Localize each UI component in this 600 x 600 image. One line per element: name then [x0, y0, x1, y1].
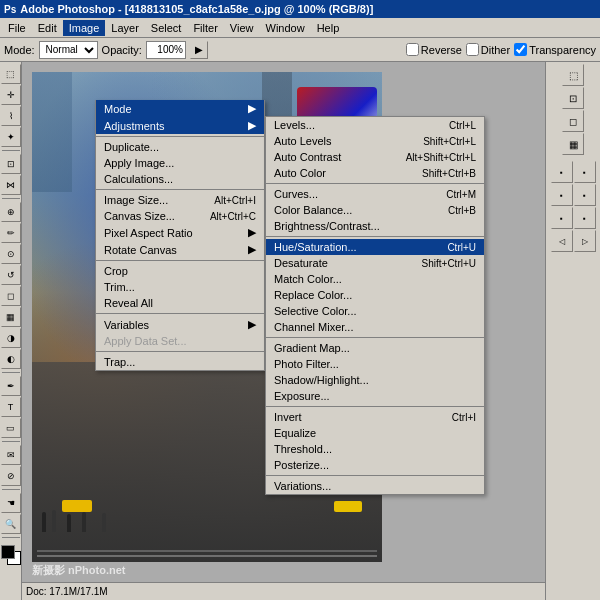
panel-icon-row-1: ▪ ▪ [551, 161, 596, 183]
menu-edit[interactable]: Edit [32, 20, 63, 36]
opacity-input[interactable] [146, 41, 186, 59]
sep1 [96, 136, 264, 137]
zoom-tool[interactable]: 🔍 [1, 514, 21, 534]
panel-mini-6[interactable]: ▪ [574, 207, 596, 229]
adj-levels[interactable]: Levels... Ctrl+L [266, 117, 484, 133]
menu-row-calculations[interactable]: Calculations... [96, 171, 264, 187]
title-bar: Ps Adobe Photoshop - [418813105_c8afc1a5… [0, 0, 600, 18]
menu-row-image-size[interactable]: Image Size... Alt+Ctrl+I [96, 192, 264, 208]
menu-bar: File Edit Image Layer Select Filter View… [0, 18, 600, 38]
menu-row-adjustments[interactable]: Adjustments ▶ [96, 117, 264, 134]
panel-mini-4[interactable]: ▪ [574, 184, 596, 206]
magic-wand-tool[interactable]: ✦ [1, 127, 21, 147]
panel-icon-4[interactable]: ▦ [562, 133, 584, 155]
adj-sep5 [266, 475, 484, 476]
menu-help[interactable]: Help [311, 20, 346, 36]
color-swatches[interactable] [1, 545, 21, 565]
adj-hue-saturation[interactable]: Hue/Saturation... Ctrl+U [266, 239, 484, 255]
panel-mini-3[interactable]: ▪ [551, 184, 573, 206]
toolbar-separator-2 [2, 198, 20, 199]
adj-gradient-map[interactable]: Gradient Map... [266, 340, 484, 356]
adj-photo-filter[interactable]: Photo Filter... [266, 356, 484, 372]
crop-tool[interactable]: ⊡ [1, 154, 21, 174]
adj-equalize[interactable]: Equalize [266, 425, 484, 441]
menu-filter[interactable]: Filter [187, 20, 223, 36]
sep3 [96, 260, 264, 261]
adj-invert[interactable]: Invert Ctrl+I [266, 409, 484, 425]
clone-tool[interactable]: ⊙ [1, 244, 21, 264]
mode-select[interactable]: Normal [39, 41, 98, 59]
menu-row-mode[interactable]: Mode ▶ [96, 100, 264, 117]
adj-threshold[interactable]: Threshold... [266, 441, 484, 457]
pen-tool[interactable]: ✒ [1, 376, 21, 396]
adj-auto-levels[interactable]: Auto Levels Shift+Ctrl+L [266, 133, 484, 149]
adj-brightness-contrast[interactable]: Brightness/Contrast... [266, 218, 484, 234]
panel-mini-8[interactable]: ▷ [574, 230, 596, 252]
menu-view[interactable]: View [224, 20, 260, 36]
panel-icon-1[interactable]: ⬚ [562, 64, 584, 86]
adj-auto-contrast[interactable]: Auto Contrast Alt+Shift+Ctrl+L [266, 149, 484, 165]
move-tool[interactable]: ✛ [1, 85, 21, 105]
menu-window[interactable]: Window [260, 20, 311, 36]
panel-icon-2[interactable]: ⊡ [562, 87, 584, 109]
adj-auto-color[interactable]: Auto Color Shift+Ctrl+B [266, 165, 484, 181]
menu-image[interactable]: Image [63, 20, 106, 36]
adj-curves[interactable]: Curves... Ctrl+M [266, 186, 484, 202]
shape-tool[interactable]: ▭ [1, 418, 21, 438]
menu-row-apply-data-set[interactable]: Apply Data Set... [96, 333, 264, 349]
watermark: 新摄影 nPhoto.net [32, 563, 126, 578]
hand-tool[interactable]: ☚ [1, 493, 21, 513]
panel-mini-2[interactable]: ▪ [574, 161, 596, 183]
adj-variations[interactable]: Variations... [266, 478, 484, 494]
adj-selective-color[interactable]: Selective Color... [266, 303, 484, 319]
adj-sep1 [266, 183, 484, 184]
menu-row-reveal-all[interactable]: Reveal All [96, 295, 264, 311]
menu-row-rotate-canvas[interactable]: Rotate Canvas ▶ [96, 241, 264, 258]
brush-tool[interactable]: ✏ [1, 223, 21, 243]
text-tool[interactable]: T [1, 397, 21, 417]
dodge-tool[interactable]: ◐ [1, 349, 21, 369]
menu-row-pixel-aspect[interactable]: Pixel Aspect Ratio ▶ [96, 224, 264, 241]
adj-match-color[interactable]: Match Color... [266, 271, 484, 287]
menu-row-variables[interactable]: Variables ▶ [96, 316, 264, 333]
adj-channel-mixer[interactable]: Channel Mixer... [266, 319, 484, 335]
blur-tool[interactable]: ◑ [1, 328, 21, 348]
transparency-checkbox[interactable] [514, 43, 527, 56]
eraser-tool[interactable]: ◻ [1, 286, 21, 306]
reverse-checkbox[interactable] [406, 43, 419, 56]
healing-tool[interactable]: ⊕ [1, 202, 21, 222]
toolbar-separator-6 [2, 537, 20, 538]
adj-desaturate[interactable]: Desaturate Shift+Ctrl+U [266, 255, 484, 271]
opacity-arrow-btn[interactable]: ▶ [190, 41, 208, 59]
marquee-tool[interactable]: ⬚ [1, 64, 21, 84]
adj-color-balance[interactable]: Color Balance... Ctrl+B [266, 202, 484, 218]
panel-mini-7[interactable]: ◁ [551, 230, 573, 252]
menu-layer[interactable]: Layer [105, 20, 145, 36]
dither-checkbox[interactable] [466, 43, 479, 56]
toolbar-separator-5 [2, 489, 20, 490]
panel-icon-3[interactable]: ◻ [562, 110, 584, 132]
notes-tool[interactable]: ✉ [1, 445, 21, 465]
transparency-group: Transparency [514, 43, 596, 56]
menu-row-canvas-size[interactable]: Canvas Size... Alt+Ctrl+C [96, 208, 264, 224]
eyedropper-tool[interactable]: ⊘ [1, 466, 21, 486]
adj-shadow-highlight[interactable]: Shadow/Highlight... [266, 372, 484, 388]
adj-posterize[interactable]: Posterize... [266, 457, 484, 473]
gradient-tool[interactable]: ▦ [1, 307, 21, 327]
menu-row-duplicate[interactable]: Duplicate... [96, 139, 264, 155]
menu-row-trim[interactable]: Trim... [96, 279, 264, 295]
panel-mini-5[interactable]: ▪ [551, 207, 573, 229]
adj-exposure[interactable]: Exposure... [266, 388, 484, 404]
adj-replace-color[interactable]: Replace Color... [266, 287, 484, 303]
panel-mini-1[interactable]: ▪ [551, 161, 573, 183]
menu-row-trap[interactable]: Trap... [96, 354, 264, 370]
menu-row-crop[interactable]: Crop [96, 263, 264, 279]
adjustments-submenu: Levels... Ctrl+L Auto Levels Shift+Ctrl+… [265, 116, 485, 495]
lasso-tool[interactable]: ⌇ [1, 106, 21, 126]
menu-select[interactable]: Select [145, 20, 188, 36]
menu-row-apply-image[interactable]: Apply Image... [96, 155, 264, 171]
menu-file[interactable]: File [2, 20, 32, 36]
foreground-color-swatch[interactable] [1, 545, 15, 559]
slice-tool[interactable]: ⋈ [1, 175, 21, 195]
history-brush-tool[interactable]: ↺ [1, 265, 21, 285]
